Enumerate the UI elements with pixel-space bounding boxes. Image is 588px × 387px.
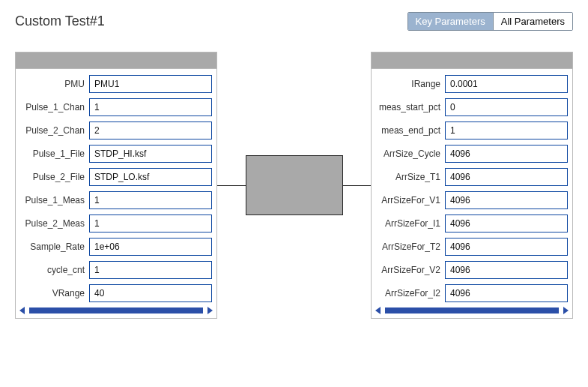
param-label: ArrSizeFor_I2 [376,288,440,298]
param-row: cycle_cnt [20,261,212,279]
param-input[interactable] [89,261,212,279]
param-label: Pulse_1_Chan [20,102,85,112]
param-input[interactable] [89,145,212,163]
param-row: ArrSizeFor_V2 [376,261,568,279]
param-row: Pulse_1_Chan [20,98,212,116]
param-label: Sample_Rate [20,242,85,252]
param-label: Pulse_1_File [20,148,85,159]
param-row: IRange [376,75,568,93]
param-input[interactable] [445,284,568,302]
right-panel-header [372,52,572,69]
param-row: PMU [20,75,212,93]
param-label: Pulse_2_Chan [20,125,85,136]
param-row: Pulse_2_Chan [20,122,212,140]
diagram-area [217,52,371,319]
param-input[interactable] [89,191,212,209]
scroll-right-icon[interactable] [562,306,569,315]
param-label: Pulse_1_Meas [20,195,85,206]
param-row: ArrSizeFor_I2 [376,284,568,302]
param-label: meas_start_pct [376,102,440,112]
param-input[interactable] [445,122,568,140]
param-row: Sample_Rate [20,238,212,256]
param-input[interactable] [89,122,212,140]
param-label: VRange [20,288,85,298]
param-input[interactable] [445,168,568,186]
param-input[interactable] [445,75,568,93]
svg-marker-3 [563,307,569,314]
param-label: Pulse_2_File [20,172,85,182]
param-label: ArrSizeFor_V2 [376,265,440,275]
scroll-track[interactable] [29,308,203,314]
param-row: ArrSizeFor_I1 [376,214,568,232]
param-label: ArrSize_T1 [376,172,440,182]
scroll-left-icon[interactable] [19,306,26,315]
scroll-track[interactable] [385,308,559,314]
right-parameter-panel: IRangemeas_start_pctmeas_end_pctArrSize_… [371,52,573,319]
param-label: ArrSize_Cycle [376,148,440,159]
right-panel-scrollbar [372,304,572,318]
left-panel-scrollbar [16,304,216,318]
param-input[interactable] [89,238,212,256]
param-row: VRange [20,284,212,302]
param-input[interactable] [445,238,568,256]
param-row: Pulse_1_File [20,145,212,163]
param-input[interactable] [89,214,212,232]
param-label: ArrSizeFor_I1 [376,218,440,229]
scroll-right-icon[interactable] [206,306,213,315]
left-parameter-panel: PMUPulse_1_ChanPulse_2_ChanPulse_1_FileP… [15,52,217,319]
param-input[interactable] [445,214,568,232]
param-input[interactable] [445,261,568,279]
scroll-left-icon[interactable] [375,306,382,315]
param-row: Pulse_2_File [20,168,212,186]
param-label: Pulse_2_Meas [20,218,85,229]
param-input[interactable] [89,168,212,186]
param-input[interactable] [445,98,568,116]
parameter-tab-group: Key Parameters All Parameters [407,12,573,31]
svg-marker-1 [207,307,213,314]
svg-marker-0 [19,307,25,314]
tab-key-parameters[interactable]: Key Parameters [408,13,493,30]
param-row: ArrSizeFor_T2 [376,238,568,256]
param-row: Pulse_1_Meas [20,191,212,209]
page-title: Custom Test#1 [15,14,105,29]
left-panel-body: PMUPulse_1_ChanPulse_2_ChanPulse_1_FileP… [16,69,216,304]
param-row: meas_start_pct [376,98,568,116]
svg-marker-2 [375,307,381,314]
param-input[interactable] [89,284,212,302]
param-label: ArrSizeFor_V1 [376,195,440,206]
workspace: PMUPulse_1_ChanPulse_2_ChanPulse_1_FileP… [15,52,573,319]
right-panel-body: IRangemeas_start_pctmeas_end_pctArrSize_… [372,69,572,304]
param-label: PMU [20,79,85,89]
param-row: ArrSizeFor_V1 [376,191,568,209]
param-input[interactable] [89,75,212,93]
param-label: cycle_cnt [20,265,85,275]
param-label: IRange [376,79,440,89]
param-label: ArrSizeFor_T2 [376,242,440,252]
param-row: Pulse_2_Meas [20,214,212,232]
param-label: meas_end_pct [376,125,440,136]
param-input[interactable] [89,98,212,116]
device-block[interactable] [246,155,343,215]
param-input[interactable] [445,145,568,163]
left-panel-header [16,52,216,69]
param-row: ArrSize_T1 [376,168,568,186]
param-row: ArrSize_Cycle [376,145,568,163]
param-row: meas_end_pct [376,122,568,140]
param-input[interactable] [445,191,568,209]
tab-all-parameters[interactable]: All Parameters [493,13,572,30]
